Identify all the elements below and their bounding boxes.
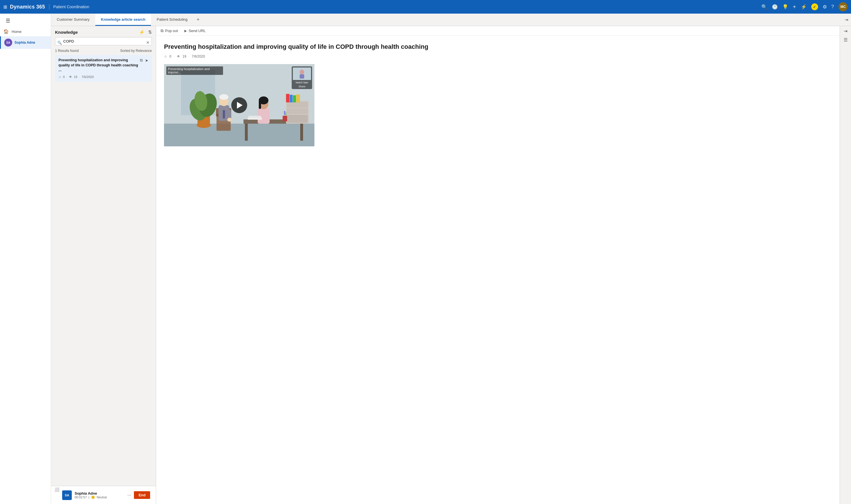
knowledge-search-input[interactable]: [55, 37, 152, 46]
send-url-icon: ➤: [183, 29, 187, 33]
check-icon[interactable]: ✓: [811, 3, 818, 10]
video-play-button[interactable]: [231, 97, 247, 113]
hamburger-icon[interactable]: ☰: [3, 16, 13, 26]
article-meta: ☆ 0 · 👁 19 · 7/6/2020: [164, 54, 832, 58]
chat-sentiment: Neutral: [97, 496, 107, 499]
chat-avatar: SA: [62, 490, 72, 500]
settings-icon[interactable]: ⚙: [822, 4, 827, 10]
yt-share: Share: [299, 85, 305, 88]
article-star-icon: ☆: [164, 54, 167, 58]
sidebar-user-name: Sophia Adne: [15, 40, 35, 44]
knowledge-sorted-label: Sorted by Relevance: [120, 49, 152, 53]
tab-customer-summary[interactable]: Customer Summary: [51, 14, 95, 26]
article-panel: ⧉ Pop out ➤ Send URL Preventing hospital…: [156, 26, 840, 504]
module-name: Patient Coordination: [53, 4, 89, 9]
tab-knowledge-article-search[interactable]: Knowledge article search: [95, 14, 151, 26]
sort-knowledge-icon[interactable]: ⇅: [148, 30, 152, 35]
article-toolbar: ⧉ Pop out ➤ Send URL: [156, 26, 840, 36]
knowledge-result-item[interactable]: Preventing hospitalization and improving…: [55, 55, 152, 82]
chat-info: Sophia Adne 00:02:57 | 🙂 Neutral: [75, 491, 125, 499]
filter-icon[interactable]: ⚡: [801, 4, 807, 10]
video-title-overlay: Preventing hospitalization and improvi..…: [166, 66, 223, 75]
result-views-icon: 👁: [69, 75, 72, 78]
search-icon[interactable]: 🔍: [761, 4, 767, 10]
filter-knowledge-icon[interactable]: ⚡: [139, 30, 145, 35]
yt-watch-later: Watch later: [296, 81, 308, 84]
result-send-icon[interactable]: ➤: [145, 58, 148, 63]
knowledge-search-clear-icon[interactable]: ✕: [146, 40, 149, 45]
sidebar-item-home[interactable]: 🏠 Home: [0, 27, 51, 36]
knowledge-result-meta: ☆ 0 · 👁 19 · 7/6/2020: [58, 75, 148, 79]
svg-point-15: [219, 94, 228, 100]
home-label: Home: [12, 30, 21, 34]
grid-icon[interactable]: ⊞: [3, 4, 7, 10]
clock-icon[interactable]: 🕐: [772, 4, 778, 10]
svg-rect-29: [286, 94, 289, 102]
knowledge-result-header: Preventing hospitalization and improving…: [58, 58, 148, 75]
result-popout-icon[interactable]: ⧉: [140, 58, 143, 63]
svg-rect-1: [164, 124, 314, 146]
article-date: 7/6/2020: [192, 54, 205, 58]
svg-line-36: [286, 111, 286, 115]
tab-patient-scheduling[interactable]: Patient Scheduling: [151, 14, 193, 26]
add-tab-button[interactable]: +: [193, 14, 203, 26]
right-panel-icons: ⇥ ☰: [840, 26, 851, 504]
lightbulb-icon[interactable]: 💡: [782, 4, 788, 10]
video-yt-overlay: Watch later Share: [292, 66, 312, 89]
svg-rect-9: [245, 124, 248, 141]
list-right-icon[interactable]: ☰: [844, 37, 848, 42]
svg-rect-31: [293, 95, 296, 102]
svg-rect-27: [287, 108, 308, 114]
svg-rect-30: [290, 95, 292, 102]
knowledge-header: Knowledge ⚡ ⇅: [51, 26, 156, 37]
svg-rect-32: [296, 94, 300, 102]
user-avatar-topbar[interactable]: MC: [838, 2, 848, 11]
yt-thumb-1: [293, 68, 311, 80]
svg-rect-33: [283, 116, 287, 121]
article-views-icon: 👁: [177, 54, 180, 58]
plus-icon[interactable]: +: [793, 4, 796, 10]
article-content: Preventing hospitalization and improving…: [156, 36, 840, 504]
chat-meta-separator: |: [89, 496, 89, 499]
knowledge-result-title: Preventing hospitalization and improving…: [58, 58, 140, 73]
chat-duration: 00:02:57: [75, 496, 87, 499]
send-url-button[interactable]: ➤ Send URL: [183, 29, 206, 33]
app-name: Dynamics 365: [10, 4, 45, 10]
collapse-right-icon[interactable]: ⇥: [844, 29, 847, 34]
svg-point-18: [227, 118, 232, 122]
chat-bar: ⬜ SA Sophia Adne 00:02:57 | 🙂 Neutral: [51, 486, 156, 504]
home-icon: 🏠: [3, 29, 9, 34]
article-video[interactable]: Preventing hospitalization and improvi..…: [164, 64, 314, 146]
sidebar: ☰ 🏠 Home SA Sophia Adne: [0, 14, 51, 504]
content-panels: Knowledge ⚡ ⇅ 🔍 ✕ 1 Results found Sorted…: [51, 26, 851, 504]
sidebar-user-avatar: SA: [4, 39, 12, 47]
article-title: Preventing hospitalization and improving…: [164, 42, 832, 51]
knowledge-results-count: 1 Results found: [55, 49, 78, 53]
chat-more-icon[interactable]: ···: [127, 493, 131, 498]
svg-rect-16: [223, 110, 225, 119]
svg-point-38: [300, 70, 304, 75]
svg-rect-24: [249, 116, 261, 118]
knowledge-panel: Knowledge ⚡ ⇅ 🔍 ✕ 1 Results found Sorted…: [51, 26, 156, 504]
chat-user-name: Sophia Adne: [75, 491, 125, 496]
app-body: ☰ 🏠 Home SA Sophia Adne Customer Summary…: [0, 14, 851, 504]
chat-actions: ··· End: [127, 491, 150, 499]
article-views: 19: [182, 54, 186, 58]
play-triangle: [237, 102, 243, 109]
result-views: 19: [74, 75, 77, 78]
help-icon[interactable]: ?: [831, 4, 834, 10]
knowledge-search-icon: 🔍: [57, 40, 62, 44]
knowledge-title: Knowledge: [55, 30, 78, 35]
svg-rect-10: [300, 124, 303, 141]
knowledge-spacer: [51, 84, 156, 486]
chat-maximize-icon[interactable]: ⬜: [54, 487, 59, 492]
popout-button[interactable]: ⧉ Pop out: [161, 29, 178, 33]
chat-end-button[interactable]: End: [134, 491, 150, 499]
sidebar-item-user[interactable]: SA Sophia Adne: [0, 36, 51, 49]
result-star-icon: ☆: [58, 75, 61, 79]
knowledge-search-row: 🔍 ✕: [51, 37, 156, 48]
collapse-panel-icon[interactable]: ⇥: [841, 14, 851, 26]
svg-rect-26: [287, 102, 308, 108]
svg-rect-28: [287, 115, 308, 123]
svg-rect-39: [300, 74, 304, 78]
